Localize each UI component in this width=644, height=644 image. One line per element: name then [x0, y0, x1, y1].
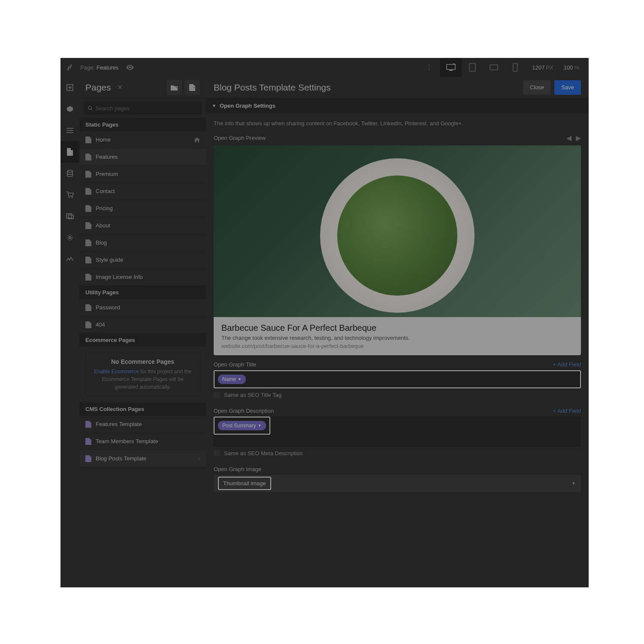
page-icon	[85, 438, 91, 445]
section-title: Open Graph Settings	[220, 103, 275, 109]
settings-button[interactable]	[60, 227, 79, 248]
page-item-contact[interactable]: Contact	[79, 183, 206, 200]
close-button[interactable]: Close	[523, 80, 551, 95]
save-button[interactable]: Save	[554, 80, 581, 95]
same-as-seo-meta-checkbox[interactable]	[214, 450, 220, 456]
page-item-image-license[interactable]: Image License Info	[79, 269, 206, 286]
device-tablet-button[interactable]	[462, 58, 483, 77]
ecommerce-button[interactable]	[60, 184, 79, 206]
page-icon	[85, 136, 91, 143]
svg-text:+: +	[193, 86, 195, 90]
page-item-password[interactable]: Password	[79, 299, 206, 316]
cms-page-team-template[interactable]: Team Members Template	[79, 433, 206, 450]
symbols-button[interactable]	[60, 98, 79, 120]
page-icon	[85, 222, 91, 229]
page-label: Page:	[80, 64, 95, 71]
chevron-down-icon: ▼	[258, 423, 262, 428]
page-item-style-guide[interactable]: Style guide	[79, 251, 206, 269]
next-arrow-icon[interactable]: ▶	[576, 134, 581, 142]
search-input[interactable]	[95, 105, 197, 112]
add-element-button[interactable]	[60, 77, 79, 98]
svg-point-8	[69, 197, 70, 198]
open-graph-section-header[interactable]: ▼ Open Graph Settings	[206, 98, 589, 113]
page-item-404[interactable]: 404	[79, 316, 206, 333]
page-label: Password	[96, 304, 120, 311]
svg-rect-5	[513, 63, 517, 71]
page-icon	[85, 274, 91, 281]
og-preview-title: Barbecue Sauce For A Perfect Barbeque	[221, 323, 573, 333]
pages-button[interactable]	[60, 141, 79, 163]
svg-point-15	[88, 106, 91, 109]
cms-page-features-template[interactable]: Features Template	[79, 416, 206, 433]
chevron-down-icon: ▼	[238, 377, 242, 381]
canvas-width[interactable]: 1207	[532, 64, 544, 71]
page-item-blog[interactable]: Blog	[79, 234, 206, 251]
page-label: Image License Info	[96, 274, 143, 280]
settings-panel: Blog Posts Template Settings Close Save …	[206, 77, 589, 587]
page-item-about[interactable]: About	[79, 217, 206, 234]
checkbox-label: Same as SEO Meta Description	[224, 450, 303, 457]
add-field-button[interactable]: + Add Field	[553, 408, 581, 414]
page-item-home[interactable]: Home	[79, 131, 206, 148]
audit-button[interactable]	[60, 248, 79, 270]
cms-pages-header: CMS Collection Pages	[79, 402, 206, 416]
pages-panel: Pages ✕ + + Static Pages Home	[79, 77, 206, 587]
page-icon	[85, 239, 91, 246]
webflow-logo-icon	[66, 63, 74, 72]
add-field-button[interactable]: + Add Field	[553, 361, 581, 368]
triangle-down-icon: ▼	[212, 103, 216, 108]
device-desktop-button[interactable]	[440, 58, 462, 77]
more-icon[interactable]: ⋮	[422, 63, 436, 72]
page-label: Features Template	[96, 421, 142, 427]
cms-page-blog-posts-template[interactable]: Blog Posts Template ›	[79, 450, 206, 467]
cms-button[interactable]	[60, 163, 79, 184]
static-pages-header: Static Pages	[79, 118, 206, 131]
new-folder-button[interactable]: +	[166, 80, 182, 95]
ecommerce-pages-header: Ecommerce Pages	[79, 333, 206, 347]
left-icon-rail	[60, 77, 79, 587]
utility-pages-header: Utility Pages	[79, 286, 206, 299]
checkbox-label: Same as SEO Title Tag	[224, 392, 281, 398]
page-label: Pricing	[96, 205, 113, 212]
prev-arrow-icon[interactable]: ◀	[566, 134, 571, 142]
device-mobile-button[interactable]	[505, 58, 526, 77]
og-preview-label: Open Graph Preview	[214, 135, 562, 141]
og-image-select[interactable]: Thumbnail image ▼	[214, 475, 581, 492]
enable-ecommerce-link[interactable]: Enable Ecommerce	[94, 369, 139, 375]
page-label: Premium	[96, 171, 118, 177]
page-item-pricing[interactable]: Pricing	[79, 200, 206, 217]
page-item-premium[interactable]: Premium	[79, 166, 206, 183]
svg-point-9	[72, 197, 73, 198]
page-label: Style guide	[96, 257, 123, 263]
current-page-name[interactable]: Features	[97, 64, 118, 71]
svg-point-12	[69, 237, 71, 239]
preview-icon[interactable]	[126, 65, 134, 70]
field-pill-name[interactable]: Name▼	[218, 375, 246, 384]
svg-point-7	[67, 170, 73, 172]
og-preview-description: The change took extensive research, test…	[221, 335, 573, 341]
zoom-level[interactable]: 100	[564, 64, 573, 71]
page-item-features[interactable]: Features	[79, 148, 206, 166]
close-icon[interactable]: ✕	[117, 83, 123, 91]
page-label: Home	[96, 136, 111, 143]
page-label: Features	[96, 154, 118, 160]
navigator-button[interactable]	[60, 120, 79, 141]
svg-rect-10	[67, 214, 72, 218]
new-page-button[interactable]: +	[184, 80, 200, 95]
field-pill-post-summary[interactable]: Post Summary▼	[218, 421, 266, 430]
og-description-input[interactable]: Post Summary▼	[214, 417, 581, 447]
device-tablet-landscape-button[interactable]	[483, 58, 505, 77]
svg-text:+: +	[175, 85, 178, 89]
og-title-input[interactable]: Name▼	[214, 370, 581, 388]
og-description-field-label: Open Graph Description	[214, 408, 553, 414]
svg-rect-3	[469, 63, 475, 71]
og-title-field-label: Open Graph Title	[214, 361, 553, 368]
svg-rect-1	[449, 70, 453, 71]
og-preview-image	[214, 145, 581, 317]
assets-button[interactable]	[60, 206, 79, 227]
search-pages-input[interactable]	[84, 102, 202, 115]
page-icon	[85, 304, 91, 311]
zoom-unit: %	[574, 64, 579, 71]
ecommerce-empty-state: No Ecommerce Pages Enable Ecommerce for …	[84, 351, 202, 398]
same-as-seo-title-checkbox[interactable]	[214, 392, 220, 398]
